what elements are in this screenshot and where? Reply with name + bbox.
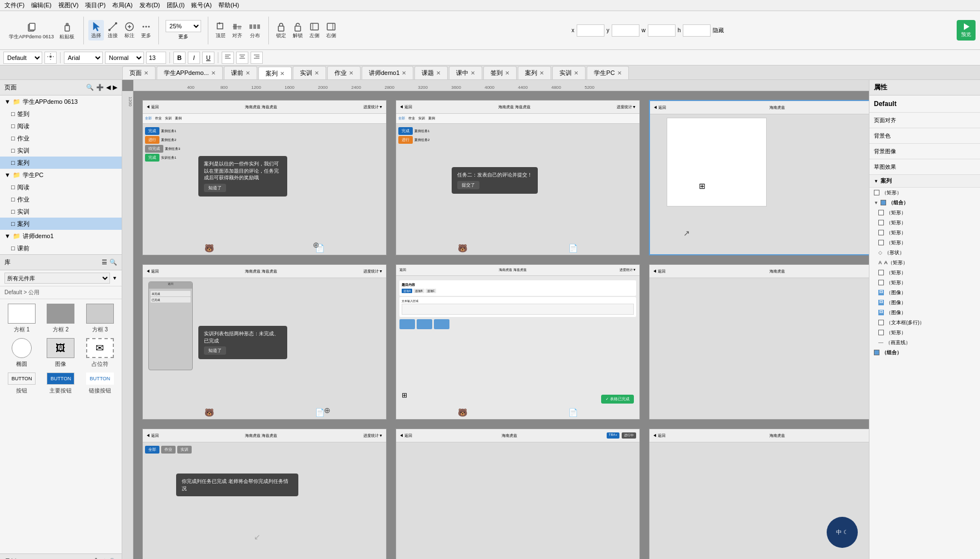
menu-file[interactable]: 文件(F) [4,1,24,9]
frame4-tooltip-btn[interactable]: 知道了 [204,346,226,355]
menu-layout[interactable]: 布局(A) [112,1,133,9]
fab-btn[interactable]: 中 ☾ [827,517,858,548]
lib-link-btn[interactable]: BUTTON 链接按钮 [83,372,117,395]
font-select[interactable]: Arial [64,52,103,64]
select-tool-btn[interactable]: 选择 [88,20,104,41]
italic-btn[interactable]: I [188,52,200,64]
distribute-btn[interactable]: 分布 [246,20,264,41]
search-lib-icon[interactable]: 🔍 [109,259,117,266]
frame5-complete-btn[interactable]: ✓ 表格已完成 [601,395,634,404]
nav-prev-icon[interactable]: ◀ [106,84,111,91]
frame-4[interactable]: ◀ 返回 海南虎兹 海兹虎兹 进度统计▼ 返回 未完成 已完成 [142,264,387,420]
lib-rect2[interactable]: 方框 2 [43,304,78,334]
font-style-select[interactable]: Normal [105,52,144,64]
canvas-area[interactable]: 400 800 1200 1600 2000 2400 2800 3200 36… [122,80,869,559]
tree-homework[interactable]: □ 作业 [0,132,122,144]
tree-training1[interactable]: □ 实训 [0,144,122,157]
lib-ellipse[interactable]: 椭圆 [4,338,39,368]
prop-group2[interactable]: （组合） [869,348,980,357]
preview-btn[interactable]: 预览 [957,20,976,41]
tab-student-pc[interactable]: 学生PC✕ [587,66,628,79]
page-settings-btn[interactable] [44,52,57,64]
frame1-tooltip-btn[interactable]: 知道了 [204,184,226,192]
left-btn[interactable]: 左侧 [307,20,322,41]
prop-group1[interactable]: ▼ （组合） [869,198,980,208]
lib-button[interactable]: BUTTON 按钮 [4,372,39,395]
frame-3[interactable]: ◀ 返回 海南虎兹 ⊞ ↗ [649,100,869,255]
prop-rect2[interactable]: （矩形） [869,208,980,218]
align-btn[interactable]: 对齐 [229,20,245,41]
menu-help[interactable]: 帮助(H) [218,1,239,9]
menu-account[interactable]: 账号(A) [191,1,212,9]
top-layer-btn[interactable]: 顶层 [213,20,228,41]
paste-btn[interactable]: 粘贴板 [57,19,77,42]
tree-reading[interactable]: □ 阅读 [0,120,122,132]
tab-case2[interactable]: 案列✕ [518,66,551,79]
tab-teacher-demo[interactable]: 讲师demo1✕ [362,66,414,79]
underline-btn[interactable]: U [202,52,214,64]
search-icon[interactable]: 🔍 [86,84,94,91]
prop-rect8[interactable]: （矩形） [869,328,980,338]
align-left-btn[interactable] [222,52,234,64]
prop-rect4[interactable]: （矩形） [869,228,980,238]
tree-signin[interactable]: □ 签到 [0,108,122,120]
tab-course-before[interactable]: 课前✕ [224,66,257,79]
y-input[interactable] [612,24,639,37]
frame2-tooltip-btn[interactable]: 提交了 [457,181,479,189]
more-tool-btn[interactable]: 更多 [138,20,154,41]
align-center-btn[interactable] [236,52,248,64]
annotate-tool-btn[interactable]: 标注 [122,20,137,41]
w-input[interactable] [648,24,676,37]
right-btn[interactable]: 右侧 [323,20,339,41]
prop-rect1[interactable]: （矩形） [869,188,980,198]
prop-rect7[interactable]: （矩形） [869,278,980,288]
align-right-btn[interactable] [251,52,263,64]
connect-tool-btn[interactable]: 连接 [105,20,121,41]
tree-training2[interactable]: □ 实训 [0,205,122,218]
tree-caselist1[interactable]: □ 案列 [0,157,122,169]
tree-homework2[interactable]: □ 作业 [0,193,122,205]
frame4-add-icon[interactable]: ⊕ [324,406,331,415]
page-select[interactable]: Default [3,52,42,64]
tab-training2[interactable]: 实训✕ [552,66,586,79]
menu-project[interactable]: 项目(P) [85,1,106,9]
unlock-btn[interactable]: 解锁 [290,20,306,41]
h-input[interactable] [683,24,711,37]
prop-image1[interactable]: 🖼 （图像） [869,288,980,298]
menu-edit[interactable]: 编辑(E) [31,1,52,9]
lock-btn[interactable]: 锁定 [273,20,289,41]
tree-caselist2[interactable]: □ 案列 [0,218,122,230]
menu-team[interactable]: 团队(I) [167,1,184,9]
frame-8[interactable]: ◀ 返回 海南虎兹 TBA+ 进行中 ↙ [396,429,640,559]
prop-textarea[interactable]: （文本框(多行)） [869,318,980,328]
lib-rect1[interactable]: 方框 1 [4,304,39,334]
x-input[interactable] [577,24,604,37]
tab-homework[interactable]: 作业✕ [327,66,361,79]
font-size-input[interactable] [146,52,166,64]
bold-btn[interactable]: B [173,52,186,64]
tree-root-pc[interactable]: ▼ 📁 学生PC [0,169,122,181]
nav-next-icon[interactable]: ▶ [113,84,117,91]
prop-rect5[interactable]: （矩形） [869,238,980,248]
lib-rect3[interactable]: 方框 3 [83,304,117,334]
tab-app-demo[interactable]: 学生APPdemo...✕ [157,66,223,79]
frame-1[interactable]: ◀ 返回 海南虎兹 海兹虎兹 进度统计▼ 全部 作业 实训 案例 [142,100,387,255]
tree-root-teacher[interactable]: ▼ 📁 讲师demo1 [0,230,122,242]
menu-publish[interactable]: 发布(D) [139,1,160,9]
tree-reading2[interactable]: □ 阅读 [0,181,122,193]
tree-before-class[interactable]: □ 课前 [0,242,122,254]
add-icon[interactable]: ➕ [96,84,104,91]
lib-placeholder[interactable]: ✉ 占位符 [83,338,117,368]
library-filter-select[interactable]: 所有元件库 [4,273,110,284]
lib-image[interactable]: 🖼 图像 [43,338,78,368]
prop-image3[interactable]: 🖼 （图像） [869,308,980,318]
menu-view[interactable]: 视图(V) [58,1,79,9]
frame-6[interactable]: ◀ 返回 海南虎兹 [649,264,869,420]
zoom-select[interactable]: 25% [166,20,201,32]
prop-rect6[interactable]: （矩形） [869,268,980,278]
prop-text-rect[interactable]: A A（矩形） [869,258,980,268]
lib-primary-btn[interactable]: BUTTON 主要按钮 [43,372,78,395]
frame-5[interactable]: 返回 海南虎兹 海兹虎兹 进度统计▼ 题目内容 选项A 选项B 选项C [396,264,640,420]
menu-icon[interactable]: ☰ [102,259,107,266]
tree-root-app[interactable]: ▼ 📁 学生APPdemo 0613 [0,95,122,108]
